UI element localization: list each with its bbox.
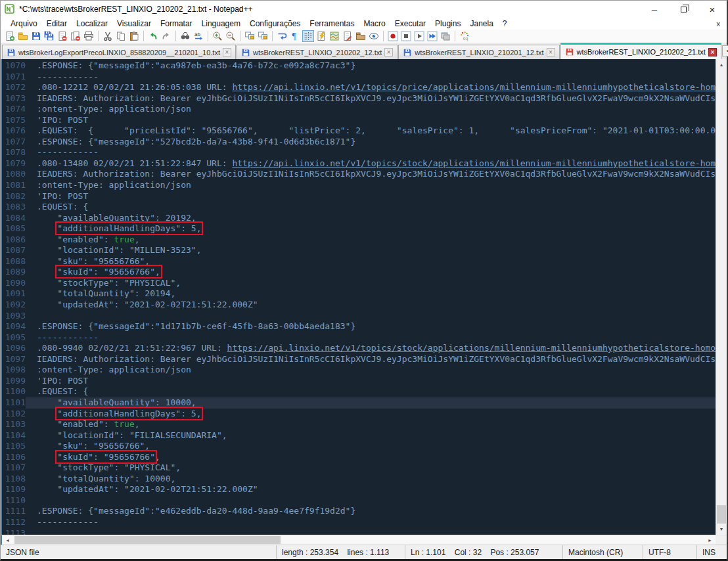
menu-item-configuraes[interactable]: Configurações [245, 18, 305, 29]
code-link[interactable]: https://api.linxio.net/v1/topics/stock/a… [232, 158, 716, 168]
sync-scroll-horizontal-icon[interactable] [257, 30, 269, 42]
tab-label: wtsBrokerLogExportPrecoLINXIO_858820209_… [18, 49, 220, 56]
status-bar: JSON file length : 253.354 lines : 1.113… [1, 545, 727, 559]
scroll-right-icon[interactable]: ► [704, 535, 716, 545]
code-text: "updatedAt": "2021-02-02T21:51:22.000Z" [37, 300, 258, 309]
line-number: 1071 [2, 72, 26, 83]
menu-item-plugins[interactable]: Plugins [430, 18, 465, 29]
menu-item-ferramentas[interactable]: Ferramentas [305, 18, 359, 29]
editor-line: 1099'IPO: POST [2, 376, 716, 387]
line-content: IEADERS: Authorization: Bearer eyJhbGciO… [26, 354, 716, 365]
tab-label: wtsBrokerREST_LINXIO_210202_21.txt [577, 48, 706, 56]
tab-close-icon[interactable]: × [223, 48, 231, 56]
macro-play-icon[interactable] [413, 30, 425, 42]
menu-item-visualizar[interactable]: Visualizar [112, 18, 156, 29]
word-wrap-icon[interactable] [276, 30, 288, 42]
code-text: :ontent-Type: application/json [37, 180, 191, 190]
tab-file[interactable]: wtsBrokerREST_LINXIO_210201_12.txt× [398, 45, 559, 59]
vertical-scrollbar[interactable]: ▲ ▼ [716, 59, 727, 535]
zoom-in-icon[interactable] [212, 30, 223, 42]
sync-scroll-vertical-icon[interactable] [244, 30, 256, 42]
status-insert-mode[interactable]: INS [696, 545, 727, 559]
save-icon[interactable]: > [30, 30, 42, 42]
tab-close-icon[interactable]: × [708, 48, 717, 56]
line-content: .EQUEST: { "priceListId": "95656766", "l… [26, 125, 716, 137]
macro-record-icon[interactable] [387, 30, 399, 42]
tab-active-file[interactable]: wtsBrokerREST_LINXIO_210202_21.txt× [560, 43, 721, 59]
code-text: "totalQuantity": 10000, [37, 474, 175, 483]
restore-button[interactable] [669, 1, 698, 18]
menu-item-formatar[interactable]: Formatar [156, 18, 197, 29]
menu-item-executar[interactable]: Executar [390, 18, 430, 29]
indent-guide-icon[interactable] [302, 30, 314, 42]
menu-item-editar[interactable]: Editar [42, 18, 72, 29]
scroll-down-icon[interactable]: ▼ [716, 524, 727, 535]
zoom-out-icon[interactable] [225, 30, 237, 42]
tab-label: wtsBrokerREST_LINXIO_210201_12.txt [415, 49, 543, 56]
menu-item-janela[interactable]: Janela [465, 18, 497, 29]
sq-plugin-icon[interactable]: sq [459, 30, 470, 42]
menu-item-?[interactable]: ? [498, 18, 512, 29]
editor-line: 1086 "enabled": true, [2, 235, 716, 246]
menu-item-macro[interactable]: Macro [359, 18, 390, 29]
scrollbar-corner [716, 535, 727, 545]
paste-icon[interactable] [128, 30, 140, 42]
line-number: 1092 [2, 300, 26, 311]
line-content: .ESPONSE: {"messageId":"e462eddb-da20-44… [26, 506, 716, 517]
line-content: 'IPO: POST [26, 115, 716, 126]
menu-close-icon[interactable]: x [717, 20, 721, 28]
save-all-icon[interactable]: >> [43, 30, 55, 42]
tab-file[interactable]: wtsBrokerREST_LINXIO_210202_12.txt× [237, 45, 398, 59]
macro-run-multiple-icon[interactable] [426, 30, 438, 42]
undo-icon[interactable] [147, 30, 159, 42]
vertical-scroll-thumb[interactable] [717, 505, 726, 524]
tab-close-icon[interactable]: × [547, 48, 555, 56]
redo-icon[interactable] [160, 30, 172, 42]
scroll-up-icon[interactable]: ▲ [716, 59, 727, 70]
close-all-icon[interactable] [70, 30, 81, 42]
text-editor[interactable]: 1070.ESPONSE: {"messageId":"aca987eb-ea3… [2, 59, 716, 535]
tab-file[interactable]: wtsBrokerLogExportPrecoLINXIO_858820209_… [2, 45, 236, 59]
copy-icon[interactable] [115, 30, 127, 42]
close-button[interactable]: × [698, 1, 727, 18]
menu-item-arquivo[interactable]: Arquivo [6, 18, 42, 29]
code-text: :ontent-Type: application/json [37, 104, 191, 114]
folder-as-workspace-icon[interactable] [355, 30, 367, 42]
function-list-icon[interactable] [315, 30, 327, 42]
code-text: ------------ [37, 332, 99, 342]
scroll-left-icon[interactable]: ◄ [2, 535, 13, 545]
editor-line: 1083.EQUEST: { [2, 202, 716, 213]
show-all-characters-icon[interactable]: ¶ [289, 30, 301, 42]
editor-line: 1102 "additionalHandlingDays": 5, [2, 409, 716, 420]
monitoring-icon[interactable] [368, 30, 380, 42]
find-icon[interactable] [179, 30, 191, 42]
horizontal-scroll-thumb[interactable] [14, 536, 281, 544]
code-link[interactable]: https://api.linxio.net/v1/topics/stock/a… [227, 343, 716, 353]
new-file-icon[interactable] [4, 30, 16, 42]
open-file-icon[interactable] [17, 30, 29, 42]
close-file-icon[interactable] [57, 30, 68, 42]
line-content: 'IPO: POST [26, 191, 716, 202]
macro-stop-icon[interactable] [400, 30, 412, 42]
code-text: .ESPONSE: {"messageId":"527bcd2b-da7a-43… [37, 137, 355, 146]
line-content: .080-9940 02/02/21 21:51:22:967 URL: htt… [26, 343, 716, 354]
cut-icon[interactable] [102, 30, 114, 42]
horizontal-scroll-track[interactable] [13, 535, 704, 545]
print-icon[interactable] [83, 30, 95, 42]
horizontal-scrollbar[interactable]: ◄ ► [1, 535, 727, 545]
tab-close-icon[interactable]: × [384, 48, 393, 56]
editor-line: 1111.ESPONSE: {"messageId":"e462eddb-da2… [2, 506, 716, 517]
project-panel-icon[interactable] [342, 30, 353, 42]
document-map-icon[interactable] [329, 30, 340, 42]
status-eol-format[interactable]: Macintosh (CR) [562, 545, 643, 559]
status-encoding[interactable]: UTF-8 [643, 545, 696, 559]
code-text: , [135, 235, 140, 244]
menu-item-linguagem[interactable]: Linguagem [197, 18, 245, 29]
tab-scroll-left-icon[interactable]: ◄ [722, 45, 728, 56]
unsaved-file-icon [565, 47, 574, 56]
minimize-button[interactable]: – [640, 1, 669, 18]
menu-item-localizar[interactable]: Localizar [72, 18, 112, 29]
replace-icon[interactable]: ab [193, 30, 204, 42]
macro-save-icon[interactable] [440, 30, 451, 42]
code-link[interactable]: https://api.linxio.net/v1/topics/price/a… [232, 82, 716, 92]
